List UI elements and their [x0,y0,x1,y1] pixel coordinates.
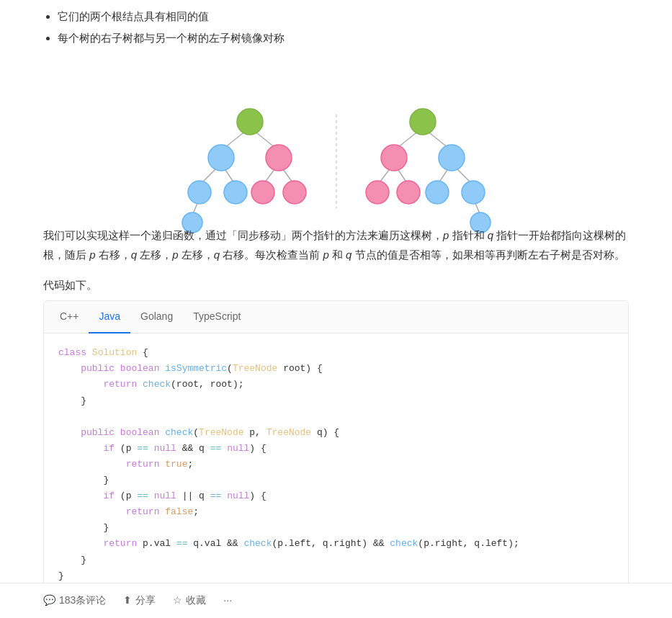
svg-point-9 [208,145,234,171]
code-block-container: C++ Java Golang TypeScript class Solutio… [43,300,629,596]
more-button[interactable]: ··· [223,592,232,609]
bullet-list: 它们的两个根结点具有相同的值 每个树的右子树都与另一个树的左子树镜像对称 [58,7,629,47]
svg-point-28 [426,181,449,204]
collect-button[interactable]: ☆ 收藏 [173,592,206,609]
more-icon: ··· [223,592,232,609]
svg-point-13 [251,181,274,204]
svg-point-26 [366,181,389,204]
description-paragraph: 我们可以实现这样一个递归函数，通过「同步移动」两个指针的方法来遍历这棵树，p 指… [43,225,629,264]
tab-typescript[interactable]: TypeScript [183,301,251,334]
code-body: class Solution { public boolean isSymmet… [44,333,628,595]
collect-icon: ☆ [173,592,182,609]
svg-point-12 [224,181,247,204]
bottom-bar: 💬 183条评论 ⬆ 分享 ☆ 收藏 ··· [0,583,672,618]
tab-bar: C++ Java Golang TypeScript [44,301,628,334]
svg-point-10 [266,145,292,171]
svg-point-29 [462,181,485,204]
tab-golang[interactable]: Golang [130,301,183,334]
tree-diagram [43,64,629,208]
share-icon: ⬆ [123,592,132,609]
svg-point-23 [410,109,436,135]
comments-button[interactable]: 💬 183条评论 [43,592,106,609]
share-label: 分享 [135,592,156,609]
collect-label: 收藏 [186,592,206,609]
share-button[interactable]: ⬆ 分享 [123,592,156,609]
bullet-item-1: 它们的两个根结点具有相同的值 [58,7,629,26]
svg-point-11 [188,181,211,204]
tab-java[interactable]: Java [89,301,130,334]
svg-point-27 [397,181,420,204]
bullet-item-2: 每个树的右子树都与另一个树的左子树镜像对称 [58,29,629,48]
svg-point-8 [237,109,263,135]
code-label: 代码如下。 [43,276,629,295]
svg-point-24 [381,145,407,171]
tab-cpp[interactable]: C++ [50,301,89,334]
comment-icon: 💬 [43,592,55,609]
svg-point-14 [283,181,306,204]
svg-point-25 [439,145,465,171]
comments-label: 183条评论 [59,592,106,609]
